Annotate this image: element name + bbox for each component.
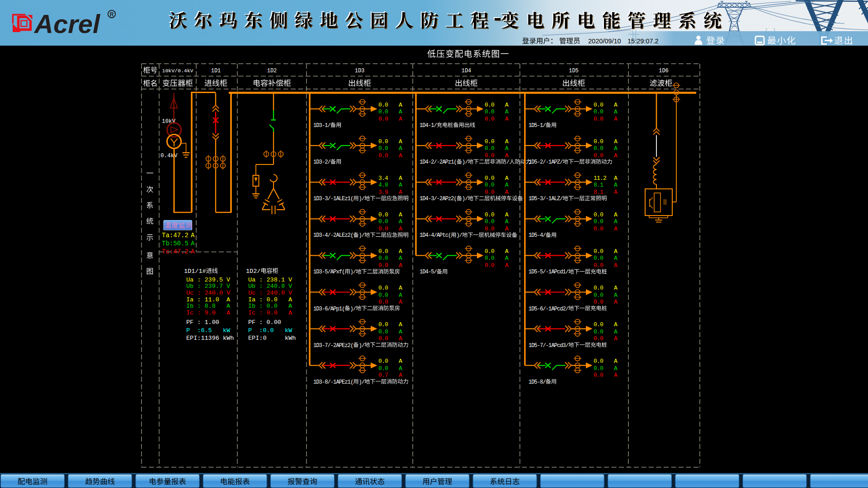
svg-text:A: A xyxy=(614,225,618,232)
svg-text:0.0: 0.0 xyxy=(378,116,388,122)
svg-text:1D4-5/: 1D4-5/ xyxy=(420,269,437,275)
svg-text:0.0: 0.0 xyxy=(378,335,388,342)
svg-text:3.4: 3.4 xyxy=(378,175,388,182)
svg-text:0.0: 0.0 xyxy=(594,225,603,232)
svg-text:0.0: 0.0 xyxy=(485,262,494,269)
svg-text:0.0: 0.0 xyxy=(378,328,388,335)
svg-text:Ua : 239.5 V: Ua : 239.5 V xyxy=(186,277,231,283)
svg-text:A: A xyxy=(614,321,618,328)
svg-text:A: A xyxy=(399,189,402,196)
svg-text:Tb:50.5: Tb:50.5 xyxy=(162,240,189,247)
svg-text:)/: )/ xyxy=(457,232,462,239)
svg-text:A: A xyxy=(505,218,509,225)
svg-text:A: A xyxy=(399,328,402,335)
svg-text:A: A xyxy=(614,299,618,305)
svg-text:A: A xyxy=(399,365,402,372)
svg-text:0.0: 0.0 xyxy=(378,108,388,115)
svg-text:A: A xyxy=(399,102,402,108)
svg-text:0.0: 0.0 xyxy=(378,152,388,159)
svg-text:A: A xyxy=(505,262,509,269)
svg-text:1D4-2/-2APz1(: 1D4-2/-2APz1( xyxy=(420,159,457,165)
svg-text:0.0: 0.0 xyxy=(378,211,388,218)
svg-text:0.0: 0.0 xyxy=(594,285,603,291)
svg-text:EPI:0 kWh: EPI:0 kWh xyxy=(248,335,296,342)
svg-text:A: A xyxy=(399,372,402,379)
svg-text:Tc:47.2: Tc:47.2 xyxy=(162,248,189,255)
svg-text:0.0: 0.0 xyxy=(594,262,603,269)
svg-text:0.0: 0.0 xyxy=(594,328,603,335)
svg-text:A: A xyxy=(505,189,509,196)
svg-text:A: A xyxy=(614,189,618,196)
svg-text:0.0: 0.0 xyxy=(378,358,388,365)
svg-text:11.2: 11.2 xyxy=(594,175,606,182)
svg-text:8.1: 8.1 xyxy=(594,182,604,188)
svg-text:A: A xyxy=(399,292,402,299)
svg-text:0.0: 0.0 xyxy=(485,225,494,232)
svg-text:A: A xyxy=(191,240,195,247)
svg-text:A: A xyxy=(191,248,195,255)
svg-text:0.0: 0.0 xyxy=(594,321,603,328)
svg-text:0.0: 0.0 xyxy=(378,321,388,328)
svg-text:EPI:11396 kWh: EPI:11396 kWh xyxy=(186,335,234,342)
svg-text:Ib : 0.0 A: Ib : 0.0 A xyxy=(248,303,292,310)
svg-text:A: A xyxy=(399,299,402,305)
svg-text:1D4-4/APtc(: 1D4-4/APtc( xyxy=(420,232,451,239)
svg-text:0.0: 0.0 xyxy=(378,262,388,269)
svg-text:A: A xyxy=(399,108,402,115)
svg-text:)/: )/ xyxy=(359,379,364,385)
svg-text:A: A xyxy=(505,225,509,232)
svg-text:1D4: 1D4 xyxy=(462,68,472,74)
svg-text:)/: )/ xyxy=(359,196,364,202)
svg-text:A: A xyxy=(399,225,402,232)
svg-text:0.0: 0.0 xyxy=(378,248,388,255)
svg-text:0.0: 0.0 xyxy=(594,116,603,122)
svg-text:Ia : 11.0 A: Ia : 11.0 A xyxy=(186,296,231,303)
svg-text:0.0: 0.0 xyxy=(485,145,494,152)
svg-text:A: A xyxy=(191,232,195,239)
svg-text:PF : 0.00: PF : 0.00 xyxy=(248,319,281,326)
svg-text:0.4kV: 0.4kV xyxy=(160,153,178,159)
svg-text:Ib : 8.8 A: Ib : 8.8 A xyxy=(186,303,231,310)
svg-text:A: A xyxy=(399,335,402,342)
svg-text:0.0: 0.0 xyxy=(378,225,388,232)
svg-text:A: A xyxy=(614,328,618,335)
svg-text:A: A xyxy=(399,321,402,328)
svg-text:A: A xyxy=(614,255,618,262)
svg-text:Ub : 240.8 V: Ub : 240.8 V xyxy=(248,283,292,290)
svg-text:)/: )/ xyxy=(350,306,356,312)
svg-text:Ia : 0.0 A: Ia : 0.0 A xyxy=(248,296,292,303)
svg-text:A: A xyxy=(505,108,509,115)
svg-text:8.1: 8.1 xyxy=(594,189,604,196)
svg-text:)/: )/ xyxy=(359,343,364,349)
svg-text:A: A xyxy=(399,152,402,159)
svg-text:A: A xyxy=(614,248,618,255)
svg-text:)/: )/ xyxy=(350,269,356,275)
svg-text:1D3-5/APxf(: 1D3-5/APxf( xyxy=(313,269,344,275)
svg-text:1D5-7/-1APcd3/: 1D5-7/-1APcd3/ xyxy=(528,343,569,349)
svg-text:Ua : 238.1 V: Ua : 238.1 V xyxy=(248,277,292,283)
svg-text:Acrel: Acrel xyxy=(33,9,101,38)
svg-text:1D1/1#: 1D1/1# xyxy=(184,268,206,275)
svg-text:10kV/0.4kV: 10kV/0.4kV xyxy=(162,68,193,74)
svg-text:A: A xyxy=(399,255,402,262)
svg-text:Ic : 9.0 A: Ic : 9.0 A xyxy=(186,310,231,316)
svg-text:Uc : 240.0 V: Uc : 240.0 V xyxy=(186,290,231,296)
svg-text:0.0: 0.0 xyxy=(485,116,494,122)
svg-text:0.0: 0.0 xyxy=(378,255,388,262)
svg-text:0.0: 0.0 xyxy=(594,255,603,262)
svg-text:PF : 1.00: PF : 1.00 xyxy=(186,319,219,326)
svg-text:A: A xyxy=(614,145,618,152)
svg-text:1D3-1/: 1D3-1/ xyxy=(313,122,331,129)
svg-text:A: A xyxy=(505,145,509,152)
svg-text:A: A xyxy=(614,285,618,291)
svg-text:)/: )/ xyxy=(359,232,364,239)
svg-text:A: A xyxy=(614,102,618,108)
svg-text:0.0: 0.0 xyxy=(485,175,494,182)
svg-text:A: A xyxy=(505,116,509,122)
svg-text:A: A xyxy=(505,211,509,218)
svg-text:0.0: 0.0 xyxy=(485,189,494,196)
svg-text:A: A xyxy=(505,255,509,262)
svg-text:Ic : 0.0 A: Ic : 0.0 A xyxy=(248,310,292,316)
svg-text:1D6: 1D6 xyxy=(659,68,669,74)
svg-text:A: A xyxy=(505,175,509,182)
